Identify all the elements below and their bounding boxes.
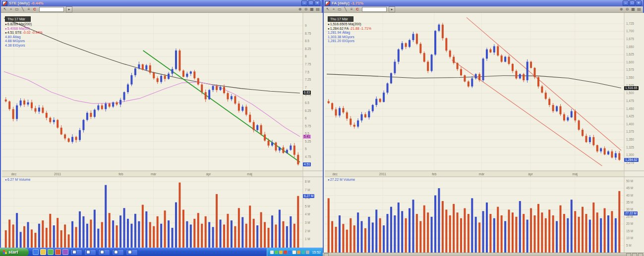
maximize-button[interactable]: □ [308,0,314,6]
crosshair-tool-icon[interactable]: + [8,7,13,12]
legend-row: 4.88 MGyors [5,39,43,44]
symbol-input[interactable] [362,7,387,12]
series-dot-icon: ● [328,27,330,30]
trendline-tool-icon[interactable]: ╲ [20,7,25,12]
trendline-tool-icon[interactable]: ╲ [343,7,348,12]
pointer-tool-icon[interactable]: ↖ [2,7,7,12]
indicators-tool-icon[interactable]: ≡ [349,7,354,12]
series-dot-icon: ● [5,27,7,30]
svg-text:7.25: 7.25 [305,78,311,81]
mail-icon[interactable] [297,251,300,254]
price-volume-chart[interactable]: dec2011febmáráprmáj1,7251,7001,6751,6501… [325,13,644,253]
svg-text:már: már [479,172,485,176]
compare-tool-icon[interactable]: C [355,7,360,12]
layout-icon[interactable]: ▤ [637,7,642,12]
antivirus-icon[interactable] [279,251,283,254]
usb-icon[interactable] [306,251,309,254]
svg-text:1,350: 1,350 [626,138,634,141]
svg-text:1,475: 1,475 [626,99,634,102]
app-icon [2,1,7,6]
layout-icon[interactable]: ▤ [315,7,320,12]
zoom-in-icon[interactable]: ⊕ [297,7,302,12]
ie-icon[interactable] [33,249,39,255]
svg-text:4 M: 4 M [305,212,310,216]
svg-text:1,600: 1,600 [626,60,634,64]
start-label: start [8,250,18,255]
scroll-left-button[interactable] [626,253,631,256]
zoom-out-icon[interactable]: ⊖ [303,7,308,12]
legend-row: 1,281.20 ElGyors [328,39,371,44]
minimize-button[interactable]: – [301,0,307,6]
folder-icon[interactable] [40,249,46,255]
svg-text:5.25: 5.25 [305,140,311,143]
zoom-out-icon[interactable]: ⊖ [625,7,630,12]
resize-handle[interactable] [638,253,643,256]
svg-text:dec: dec [332,172,338,176]
svg-text:8: 8 [305,54,307,58]
svg-text:40 M: 40 M [626,194,633,197]
price-axis: 98.758.58.2587.757.57.2576.756.56.2565.7… [303,13,323,248]
svg-text:1,450: 1,450 [626,107,634,110]
go-button[interactable]: ▸ [389,6,395,12]
chart-icon[interactable] [293,251,296,254]
svg-text:dec: dec [11,172,16,176]
taskbar-window-button[interactable] [112,249,124,256]
svg-text:máj: máj [247,172,252,176]
start-button[interactable]: start [0,248,29,256]
price-volume-chart[interactable]: dec2011febmáráprmáj98.758.58.2587.757.57… [2,13,323,248]
svg-text:45 M: 45 M [626,186,633,190]
desktop-icon[interactable] [55,249,61,255]
svg-text:35 M: 35 M [626,201,633,204]
crosshair-tool-icon[interactable]: + [331,7,336,12]
compare-tool-icon[interactable]: C [32,7,37,12]
svg-text:8.25: 8.25 [305,47,311,51]
pointer-tool-icon[interactable]: ↖ [325,7,330,12]
svg-text:9: 9 [305,24,307,27]
svg-text:1,500: 1,500 [626,91,634,95]
legend-row: ●4.51 STE -0.02 -0.44% [5,31,43,35]
legend-row: ●1,516.6505 Ma(200) [328,22,371,27]
chart-toolbar: ↖ + ▭ ╲ ≡ C ▸ ⊕ ⊖ ▦ ▤ [1,6,322,13]
taskbar-window-button[interactable] [98,249,110,256]
zoom-in-icon[interactable]: ⊕ [619,7,624,12]
chart-window-right: FA [daily] -1.71% – □ × ↖ + ▭ ╲ ≡ C ▸ ⊕ … [323,0,644,256]
shield-icon[interactable] [301,251,305,254]
help-icon[interactable] [48,249,54,255]
crosshair-date-tooltip: Thu 17 Már [5,16,31,22]
maximize-button[interactable]: □ [629,0,635,6]
network-icon[interactable] [275,251,278,254]
window-title-change: -0.44% [31,1,43,5]
taskbar-window-button[interactable] [126,249,138,256]
indicators-tool-icon[interactable]: ≡ [26,7,31,12]
update-icon[interactable] [288,251,292,254]
zoom-rect-tool-icon[interactable]: ▭ [337,7,342,12]
minimize-button[interactable]: – [623,0,629,6]
window-title: STE [daily] [9,1,29,5]
go-button[interactable]: ▸ [66,6,72,12]
media-icon[interactable] [62,249,68,255]
series-dot-icon: ● [5,178,7,181]
svg-text:7: 7 [305,86,307,89]
scroll-right-button[interactable] [632,253,637,256]
messenger-icon[interactable] [284,251,287,254]
taskbar-window-button[interactable] [70,249,82,256]
grid-icon[interactable]: ▦ [631,7,636,12]
svg-text:3 M: 3 M [305,221,310,224]
window-titlebar[interactable]: FA [daily] -1.71% – □ × [324,0,643,6]
chart-toolbar: ↖ + ▭ ╲ ≡ C ▸ ⊕ ⊖ ▦ ▤ [324,6,643,13]
legend-row: ●6.8269 Ma(200) [5,22,43,27]
price-axis-box: 6.83 [303,91,311,95]
volume-icon[interactable] [270,251,274,254]
svg-text:1,550: 1,550 [626,76,634,79]
close-button[interactable]: × [314,0,320,6]
taskbar-window-button[interactable] [84,249,96,256]
window-title: FA [daily] [332,1,350,5]
window-titlebar[interactable]: STE [daily] -0.44% – □ × [1,0,322,6]
svg-text:1,675: 1,675 [626,37,634,41]
zoom-rect-tool-icon[interactable]: ▭ [14,7,19,12]
pane-plus-button[interactable] [324,253,329,256]
symbol-input[interactable] [39,7,64,12]
grid-icon[interactable]: ▦ [309,7,314,12]
svg-text:1,625: 1,625 [626,52,634,56]
close-button[interactable]: × [636,0,642,6]
